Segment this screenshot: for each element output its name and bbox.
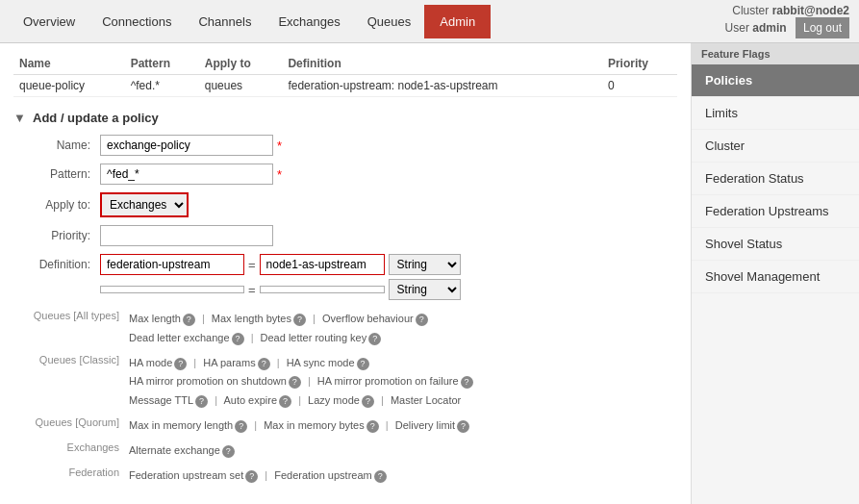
- hint-lazy-mode[interactable]: Lazy mode: [308, 394, 360, 406]
- cluster-info: Cluster rabbit@node2 User admin Log out: [725, 0, 849, 42]
- delivery-limit-help[interactable]: ?: [457, 420, 469, 433]
- lazy-mode-help[interactable]: ?: [362, 395, 374, 408]
- queues-quorum-links: Max in memory length? | Max in memory by…: [129, 416, 469, 436]
- sidebar-section-header: Feature Flags: [692, 43, 859, 64]
- section-header: ▼ Add / update a policy: [13, 111, 677, 125]
- max-length-bytes-help[interactable]: ?: [293, 314, 306, 326]
- definition-type-select-1[interactable]: String Number Boolean List: [389, 254, 461, 275]
- dead-letter-key-help[interactable]: ?: [368, 333, 381, 345]
- pattern-input[interactable]: [100, 164, 273, 185]
- hint-max-in-memory-length[interactable]: Max in memory length: [129, 419, 233, 431]
- federation-upstream-help[interactable]: ?: [374, 470, 387, 483]
- federation-label: Federation: [13, 466, 129, 486]
- tab-admin[interactable]: Admin: [424, 5, 491, 38]
- definition-key-input[interactable]: [100, 254, 244, 275]
- dead-letter-exchange-help[interactable]: ?: [232, 333, 244, 345]
- apply-to-label: Apply to:: [13, 198, 100, 212]
- cluster-name: Cluster rabbit@node2: [725, 4, 849, 17]
- apply-to-group: Apply to: Exchanges Queues All: [13, 192, 677, 217]
- sidebar-item-federation-upstreams[interactable]: Federation Upstreams: [692, 195, 859, 228]
- hint-ha-mode[interactable]: HA mode: [129, 357, 172, 368]
- queues-classic-label: Queues [Classic]: [13, 354, 129, 411]
- col-priority: Priority: [602, 53, 677, 75]
- exchanges-links: Alternate exchange?: [129, 441, 235, 461]
- tab-exchanges[interactable]: Exchanges: [265, 7, 353, 37]
- sidebar-item-cluster[interactable]: Cluster: [692, 130, 859, 163]
- hint-auto-expire[interactable]: Auto expire: [223, 394, 277, 406]
- collapse-arrow[interactable]: ▼: [13, 111, 26, 125]
- definition-value-input[interactable]: [260, 254, 385, 275]
- ha-sync-help[interactable]: ?: [357, 358, 369, 370]
- sidebar-item-shovel-management[interactable]: Shovel Management: [692, 261, 859, 293]
- queues-all-label: Queues [All types]: [13, 310, 129, 348]
- definition-group: Definition: = String Number Boolean List: [13, 254, 677, 300]
- pattern-group: Pattern: *: [13, 164, 677, 185]
- sidebar-item-policies[interactable]: Policies: [692, 64, 859, 97]
- hint-master-locator[interactable]: Master Locator: [391, 394, 461, 406]
- hint-federation-upstream[interactable]: Federation upstream: [274, 469, 372, 481]
- logout-button[interactable]: Log out: [796, 17, 849, 38]
- definition-equals: =: [248, 258, 256, 272]
- definition-equals-2: =: [248, 283, 256, 297]
- ha-mirror-shutdown-help[interactable]: ?: [289, 376, 301, 389]
- col-definition: Definition: [282, 53, 602, 75]
- ha-params-help[interactable]: ?: [258, 358, 270, 370]
- tab-connections[interactable]: Connections: [88, 7, 185, 37]
- row-name: queue-policy: [13, 75, 125, 97]
- hint-max-in-memory-bytes[interactable]: Max in memory bytes: [264, 419, 365, 431]
- hint-queues-classic: Queues [Classic] HA mode? | HA params? |…: [13, 354, 677, 411]
- definition-row-1: = String Number Boolean List: [100, 254, 461, 275]
- nav-tabs: Overview Connections Channels Exchanges …: [10, 5, 491, 38]
- hint-overflow-behaviour[interactable]: Overflow behaviour: [322, 313, 414, 324]
- max-in-memory-bytes-help[interactable]: ?: [366, 420, 379, 433]
- overflow-help[interactable]: ?: [416, 314, 428, 326]
- hint-max-length[interactable]: Max length: [129, 313, 181, 324]
- definition-key-2: [100, 286, 244, 293]
- message-ttl-help[interactable]: ?: [195, 395, 208, 408]
- name-input[interactable]: [100, 135, 273, 156]
- policy-table: Name Pattern Apply to Definition Priorit…: [13, 53, 677, 97]
- col-apply-to: Apply to: [199, 53, 283, 75]
- tab-queues[interactable]: Queues: [354, 7, 425, 37]
- user-info: User admin Log out: [725, 17, 849, 38]
- hint-ha-params[interactable]: HA params: [203, 357, 255, 368]
- definition-val-2: [260, 286, 385, 293]
- ha-mirror-failure-help[interactable]: ?: [461, 376, 473, 389]
- queues-quorum-label: Queues [Quorum]: [13, 416, 129, 436]
- hint-federation-upstream-set[interactable]: Federation upstream set: [129, 469, 243, 481]
- row-priority: 0: [602, 75, 677, 97]
- sidebar-item-limits[interactable]: Limits: [692, 97, 859, 130]
- auto-expire-help[interactable]: ?: [279, 395, 291, 408]
- hint-alternate-exchange[interactable]: Alternate exchange: [129, 444, 220, 456]
- hint-message-ttl[interactable]: Message TTL: [129, 394, 193, 406]
- hint-dead-letter-exchange[interactable]: Dead letter exchange: [129, 332, 230, 343]
- alternate-exchange-help[interactable]: ?: [222, 445, 235, 458]
- priority-input[interactable]: [100, 225, 273, 246]
- max-in-memory-length-help[interactable]: ?: [235, 420, 247, 433]
- definition-type-select-2[interactable]: String Number Boolean List: [389, 279, 461, 300]
- add-policy-container: Add / update policy: [13, 491, 677, 504]
- add-update-section: ▼ Add / update a policy Name: * Pattern:…: [13, 111, 677, 504]
- hint-ha-mirror-shutdown[interactable]: HA mirror promotion on shutdown: [129, 375, 287, 387]
- federation-upstream-set-help[interactable]: ?: [245, 470, 258, 483]
- hint-ha-mirror-failure[interactable]: HA mirror promotion on failure: [317, 375, 459, 387]
- content-area: Name Pattern Apply to Definition Priorit…: [0, 43, 691, 504]
- apply-to-wrapper: Exchanges Queues All: [100, 192, 189, 217]
- table-row[interactable]: queue-policy ^fed.* queues federation-up…: [13, 75, 677, 97]
- tab-channels[interactable]: Channels: [185, 7, 265, 37]
- queues-classic-links: HA mode? | HA params? | HA sync mode? HA…: [129, 354, 473, 411]
- sidebar-item-federation-status[interactable]: Federation Status: [692, 163, 859, 195]
- tab-overview[interactable]: Overview: [10, 7, 88, 37]
- col-name: Name: [13, 53, 125, 75]
- hint-max-length-bytes[interactable]: Max length bytes: [212, 313, 291, 324]
- max-length-help[interactable]: ?: [183, 314, 195, 326]
- sidebar-item-shovel-status[interactable]: Shovel Status: [692, 228, 859, 261]
- row-definition: federation-upstream: node1-as-upstream: [282, 75, 602, 97]
- apply-to-select[interactable]: Exchanges Queues All: [102, 194, 187, 215]
- ha-mode-help[interactable]: ?: [174, 358, 187, 370]
- sidebar: Feature Flags Policies Limits Cluster Fe…: [691, 43, 859, 504]
- hint-dead-letter-routing-key[interactable]: Dead letter routing key: [261, 332, 367, 343]
- hint-ha-sync-mode[interactable]: HA sync mode: [287, 357, 355, 368]
- hint-delivery-limit[interactable]: Delivery limit: [395, 419, 455, 431]
- pattern-required: *: [277, 167, 282, 182]
